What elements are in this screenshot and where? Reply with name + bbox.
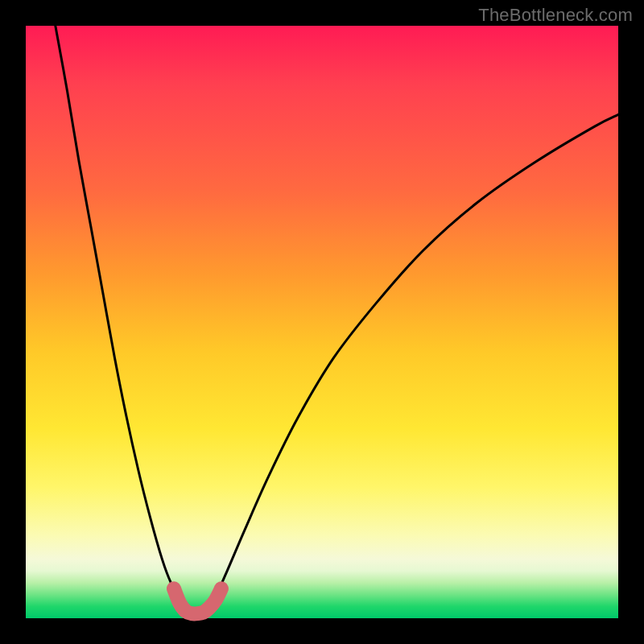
watermark-text: TheBottleneck.com: [478, 5, 633, 26]
chart-frame: TheBottleneck.com: [0, 0, 644, 644]
chart-plot-area: [26, 26, 618, 618]
